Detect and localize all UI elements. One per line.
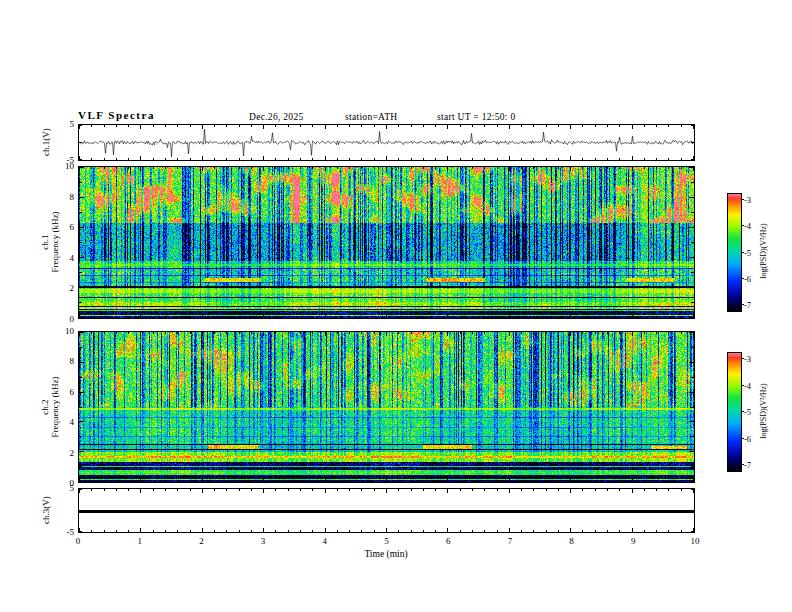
wave-volt-tick-label-top: 5 [48,119,74,129]
colorbar-ch2 [727,352,742,472]
ch3-volt-tick-label-bottom: -5 [48,527,74,537]
colorbar-tick-label: -4 [744,381,760,391]
ch3-waveform-panel [78,488,695,533]
colorbar-ch2-label: log(PSD)(V²/Hz) [759,383,769,438]
time-tick-label: 4 [315,536,335,546]
spec2-freq-tick-label: 10 [48,326,74,336]
spec2-freq-tick-label: 4 [48,417,74,427]
ch2-freq-axis-label-line2: Frequency (kHz) [50,376,60,437]
ch3-volt-axis-label: ch.3(V) [41,496,51,524]
time-tick-label: 9 [623,536,643,546]
ch2-spectrogram-canvas [79,332,694,482]
colorbar-tick-label: -7 [744,300,760,310]
ch3-waveform-canvas [79,489,694,532]
spec2-freq-tick-label: 2 [48,448,74,458]
spec1-freq-tick-label: 4 [48,253,74,263]
start-ut-label: start UT = 12:50: 0 [437,112,515,123]
date-label: Dec.26, 2025 [249,112,304,123]
colorbar-tick-label: -4 [744,221,760,231]
station-label: station=ATH [345,112,397,123]
colorbar-tick-label: -5 [744,407,760,417]
ch1-volt-axis-label: ch.1(V) [41,128,51,156]
time-axis-label: Time (min) [346,549,426,559]
colorbar-ch2-gradient [728,353,741,471]
ch1-spectrogram-canvas [79,167,694,318]
time-tick-label: 6 [438,536,458,546]
spec1-freq-tick-label: 0 [48,314,74,324]
wave-volt-tick-label-bottom: -5 [48,155,74,165]
ch2-spectrogram-panel [78,331,695,483]
ch1-waveform-canvas [79,125,694,160]
spec2-freq-tick-label: 6 [48,387,74,397]
time-tick-label: 7 [500,536,520,546]
time-tick-label: 10 [685,536,705,546]
colorbar-tick-label: -6 [744,274,760,284]
time-tick-label: 0 [68,536,88,546]
ch2-freq-axis-label: ch.2 Frequency (kHz) [40,376,60,437]
time-tick-label: 2 [191,536,211,546]
time-tick-label: 5 [377,536,397,546]
colorbar-tick-label: -3 [744,354,760,364]
colorbar-tick-label: -7 [744,460,760,470]
colorbar-tick-label: -6 [744,434,760,444]
spec2-freq-tick-label: 8 [48,356,74,366]
ch3-volt-tick-label-top: 5 [48,483,74,493]
spec1-freq-tick-label: 2 [48,283,74,293]
colorbar-tick-label: -5 [744,248,760,258]
ch2-freq-axis-label-line1: ch.2 [40,376,50,437]
ch1-freq-axis-label: ch.1 Frequency (kHz) [40,211,60,272]
ch1-waveform-panel [78,124,695,161]
colorbar-ch1-label: log(PSD)(V²/Hz) [759,223,769,278]
spec1-freq-tick-label: 6 [48,222,74,232]
time-tick-label: 3 [253,536,273,546]
ch1-freq-axis-label-line1: ch.1 [40,211,50,272]
time-tick-label: 1 [130,536,150,546]
colorbar-tick-label: -3 [744,195,760,205]
plot-title: VLF Spectra [78,110,155,121]
ch1-spectrogram-panel [78,166,695,319]
spec1-freq-tick-label: 8 [48,192,74,202]
colorbar-ch1 [727,193,742,312]
ch1-freq-axis-label-line2: Frequency (kHz) [50,211,60,272]
vlf-spectra-figure: VLF Spectra Dec.26, 2025 station=ATH sta… [0,0,792,612]
time-tick-label: 8 [562,536,582,546]
colorbar-ch1-gradient [728,194,741,311]
